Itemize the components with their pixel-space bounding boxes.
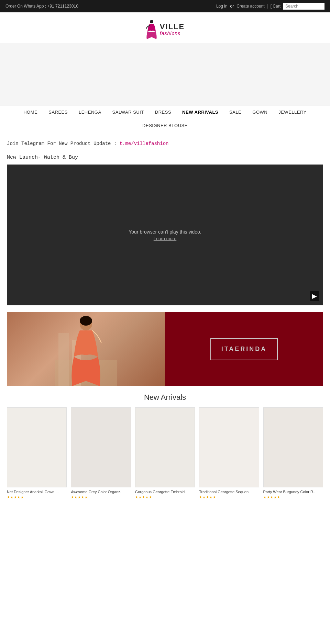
star-icon: ★ bbox=[142, 495, 145, 499]
products-grid: Net Designer Anarkali Gown ...★★★★★Aweso… bbox=[7, 407, 323, 499]
phone-label: Order On Whats App : +91 7211123010 bbox=[6, 4, 78, 9]
logo-figure-icon bbox=[145, 19, 158, 40]
star-icon: ★ bbox=[74, 495, 77, 499]
star-icon: ★ bbox=[209, 495, 212, 499]
product-stars: ★★★★★ bbox=[71, 495, 131, 499]
logo-ville-text: VILLE bbox=[160, 23, 185, 31]
woman-illustration-icon bbox=[55, 312, 117, 386]
product-image bbox=[263, 407, 323, 487]
star-icon: ★ bbox=[202, 495, 206, 499]
product-stars: ★★★★★ bbox=[199, 495, 259, 499]
nav-item-jewellery[interactable]: JEWELLERY bbox=[273, 105, 312, 119]
product-name: Awesome Grey Color Organz... bbox=[71, 489, 131, 494]
star-icon: ★ bbox=[206, 495, 209, 499]
nav-item-sarees[interactable]: SAREES bbox=[43, 105, 73, 119]
star-icon: ★ bbox=[267, 495, 270, 499]
product-image bbox=[7, 407, 67, 487]
star-icon: ★ bbox=[85, 495, 88, 499]
star-icon: ★ bbox=[139, 495, 142, 499]
star-icon: ★ bbox=[10, 495, 13, 499]
star-icon: ★ bbox=[277, 495, 280, 499]
video-section-title: New Launch- Watch & Buy bbox=[0, 152, 330, 165]
phone-info: Order On Whats App : +91 7211123010 bbox=[6, 4, 78, 9]
nav-item-gown[interactable]: GOWN bbox=[247, 105, 273, 119]
nav-item-salwar-suit[interactable]: SALWAR SUIT bbox=[107, 105, 150, 119]
svg-point-5 bbox=[80, 316, 92, 326]
star-icon: ★ bbox=[145, 495, 148, 499]
star-icon: ★ bbox=[213, 495, 216, 499]
product-stars: ★★★★★ bbox=[263, 495, 323, 499]
star-icon: ★ bbox=[199, 495, 202, 499]
star-icon: ★ bbox=[17, 495, 20, 499]
product-card[interactable]: Gorgeous Georgette Embroid.★★★★★ bbox=[135, 407, 195, 499]
nav-item-sale[interactable]: SALE bbox=[224, 105, 247, 119]
or-separator: or bbox=[230, 4, 234, 9]
promo-right: ITAERINDA bbox=[165, 312, 323, 386]
product-card[interactable]: Awesome Grey Color Organz...★★★★★ bbox=[71, 407, 131, 499]
nav-row-1: HOME SAREES LEHENGA SALWAR SUIT DRESS NE… bbox=[0, 105, 330, 119]
star-icon: ★ bbox=[263, 495, 266, 499]
nav-item-lehenga[interactable]: LEHENGA bbox=[73, 105, 107, 119]
product-card[interactable]: Net Designer Anarkali Gown ...★★★★★ bbox=[7, 407, 67, 499]
video-learn-more-link[interactable]: Learn more bbox=[154, 236, 176, 241]
product-card[interactable]: Party Wear Burgundy Color R..★★★★★ bbox=[263, 407, 323, 499]
svg-point-0 bbox=[150, 20, 153, 23]
promo-left-image bbox=[7, 312, 165, 386]
star-icon: ★ bbox=[71, 495, 74, 499]
product-name: Traditional Georgette Sequen. bbox=[199, 489, 259, 494]
star-icon: ★ bbox=[270, 495, 273, 499]
star-icon: ★ bbox=[135, 495, 138, 499]
logo[interactable]: VILLE fashions bbox=[145, 19, 185, 40]
nav-item-home[interactable]: HOME bbox=[18, 105, 43, 119]
login-link[interactable]: Log in bbox=[216, 4, 228, 9]
product-image bbox=[71, 407, 131, 487]
nav-item-dress[interactable]: DRESS bbox=[150, 105, 177, 119]
nav-row-2: DESIGNER BLOUSE bbox=[0, 119, 330, 135]
star-icon: ★ bbox=[149, 495, 152, 499]
video-message: Your browser can't play this video. bbox=[129, 229, 201, 235]
create-account-link[interactable]: Create account bbox=[236, 4, 264, 9]
star-icon: ★ bbox=[7, 495, 10, 499]
product-stars: ★★★★★ bbox=[7, 495, 67, 499]
product-name: Net Designer Anarkali Gown ... bbox=[7, 489, 67, 494]
logo-area: VILLE fashions bbox=[0, 12, 330, 43]
product-image bbox=[199, 407, 259, 487]
promo-text-box: ITAERINDA bbox=[210, 338, 278, 360]
logo-text: VILLE fashions bbox=[160, 23, 185, 36]
star-icon: ★ bbox=[14, 495, 17, 499]
promo-banner: ITAERINDA bbox=[7, 312, 323, 386]
cart-button[interactable]: [ Cart bbox=[267, 4, 280, 9]
product-image bbox=[135, 407, 195, 487]
star-icon: ★ bbox=[78, 495, 81, 499]
new-arrivals-title: New Arrivals bbox=[7, 393, 323, 402]
telegram-link[interactable]: t.me/villefashion bbox=[120, 141, 169, 146]
star-icon: ★ bbox=[81, 495, 84, 499]
youtube-icon: ▶ bbox=[310, 291, 319, 301]
star-icon: ★ bbox=[21, 495, 24, 499]
product-name: Party Wear Burgundy Color R.. bbox=[263, 489, 323, 494]
product-stars: ★★★★★ bbox=[135, 495, 195, 499]
star-icon: ★ bbox=[274, 495, 277, 499]
top-bar-right: Log in or Create account [ Cart bbox=[216, 3, 324, 10]
new-arrivals-section: New Arrivals Net Designer Anarkali Gown … bbox=[0, 386, 330, 506]
product-card[interactable]: Traditional Georgette Sequen.★★★★★ bbox=[199, 407, 259, 499]
video-player[interactable]: Your browser can't play this video. Lear… bbox=[7, 165, 323, 305]
logo-fashions-text: fashions bbox=[160, 31, 185, 36]
telegram-bar: Join Telegram For New Product Update : t… bbox=[0, 135, 330, 152]
top-bar: Order On Whats App : +91 7211123010 Log … bbox=[0, 0, 330, 12]
main-nav: HOME SAREES LEHENGA SALWAR SUIT DRESS NE… bbox=[0, 105, 330, 135]
banner-area bbox=[0, 43, 330, 105]
nav-item-designer-blouse[interactable]: DESIGNER BLOUSE bbox=[137, 119, 193, 132]
search-input[interactable] bbox=[283, 3, 324, 10]
svg-rect-2 bbox=[58, 333, 69, 386]
nav-item-new-arrivals[interactable]: NEW ARRIVALS bbox=[177, 105, 224, 119]
product-name: Gorgeous Georgette Embroid. bbox=[135, 489, 195, 494]
telegram-text: Join Telegram For New Product Update : bbox=[7, 141, 120, 146]
